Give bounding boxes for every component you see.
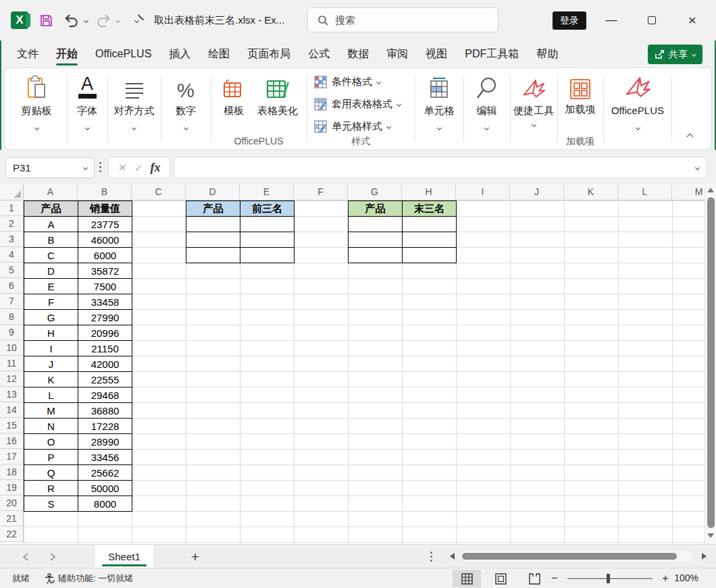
minimize-button[interactable]: — [600, 9, 623, 31]
table-cell[interactable] [240, 232, 295, 248]
zoom-level[interactable]: 100% [674, 568, 698, 588]
conditional-format-button[interactable]: 条件格式 [314, 73, 412, 90]
row-header[interactable]: 2 [0, 216, 24, 232]
column-header[interactable]: F [294, 184, 348, 201]
cell-styles-button[interactable]: 单元格样式 [314, 117, 412, 135]
column-header[interactable]: C [132, 184, 186, 201]
redo-dropdown[interactable] [113, 12, 122, 28]
table-cell[interactable] [349, 232, 403, 248]
undo-dropdown[interactable] [81, 12, 91, 28]
table-cell[interactable]: 33456 [78, 450, 132, 465]
row-header[interactable]: 8 [0, 309, 24, 325]
table-cell[interactable]: K [24, 372, 78, 387]
sign-in-button[interactable]: 登录 [553, 11, 586, 30]
scroll-down-icon[interactable] [707, 533, 714, 538]
select-all-corner[interactable] [0, 184, 24, 201]
ribbon-group-number[interactable]: % 数字 [161, 72, 211, 132]
row-header[interactable]: 17 [0, 449, 24, 464]
column-header[interactable]: E [240, 184, 294, 201]
table-cell[interactable]: F [24, 294, 78, 310]
ribbon-tab[interactable]: 绘图 [199, 41, 238, 68]
table-cell[interactable] [403, 217, 457, 232]
table-cell[interactable]: 36880 [78, 403, 132, 419]
qat-customize-button[interactable] [128, 12, 145, 28]
table-cell[interactable]: 28990 [78, 434, 132, 450]
table-cell[interactable]: J [24, 356, 78, 372]
table-cell[interactable] [403, 232, 457, 248]
row-header[interactable]: 3 [0, 232, 24, 247]
ribbon-group-clipboard[interactable]: 剪贴板 [7, 72, 66, 132]
row-header[interactable]: 16 [0, 433, 24, 449]
table-header-cell[interactable]: 前三名 [240, 201, 295, 217]
ribbon-tab[interactable]: 公式 [299, 41, 338, 68]
column-header[interactable]: M [672, 184, 705, 201]
next-sheet-button[interactable] [46, 550, 59, 564]
row-header[interactable]: 19 [0, 480, 24, 496]
table-cell[interactable]: C [24, 248, 78, 263]
table-cell[interactable] [349, 217, 403, 232]
scroll-left-icon[interactable] [450, 553, 455, 560]
vertical-scroll-thumb[interactable] [707, 197, 715, 528]
row-header[interactable]: 13 [0, 387, 24, 402]
table-cell[interactable]: 33458 [78, 294, 132, 310]
table-cell[interactable]: 20996 [78, 325, 132, 341]
table-cell[interactable] [349, 248, 403, 263]
column-header[interactable]: J [510, 184, 564, 201]
undo-button[interactable] [63, 12, 80, 28]
ribbon-tab[interactable]: 页面布局 [238, 41, 299, 68]
table-cell[interactable]: L [24, 387, 78, 403]
add-sheet-button[interactable]: + [186, 548, 204, 566]
row-header[interactable]: 6 [0, 278, 24, 294]
table-cell[interactable]: 42000 [78, 356, 132, 372]
zoom-out-button[interactable]: − [550, 572, 559, 585]
column-header[interactable]: A [24, 184, 78, 201]
row-header[interactable]: 9 [0, 325, 24, 340]
table-cell[interactable]: O [24, 434, 78, 450]
row-header[interactable]: 14 [0, 402, 24, 418]
table-cell[interactable] [240, 248, 295, 263]
tab-bar-grip-icon[interactable] [430, 552, 432, 562]
column-header[interactable]: L [618, 184, 672, 201]
search-box[interactable] [307, 7, 498, 32]
table-cell[interactable]: I [24, 341, 78, 356]
horizontal-scrollbar[interactable] [446, 549, 709, 564]
table-header-cell[interactable]: 产品 [349, 201, 403, 217]
table-cell[interactable]: 27990 [78, 310, 132, 325]
formula-bar[interactable] [174, 157, 707, 178]
table-header-cell[interactable]: 销量值 [78, 201, 132, 217]
quick-tools-button[interactable]: 便捷工具 [511, 72, 556, 129]
table-cell[interactable]: H [24, 325, 78, 341]
row-header[interactable]: 21 [0, 511, 24, 527]
ribbon-tab[interactable]: OfficePLUS [86, 41, 160, 68]
search-input[interactable] [335, 14, 470, 26]
table-cell[interactable]: R [24, 481, 78, 496]
confirm-entry-icon[interactable]: ✓ [134, 162, 143, 174]
table-cell[interactable]: G [24, 310, 78, 325]
scroll-up-icon[interactable] [707, 188, 714, 192]
table-cell[interactable]: 50000 [78, 481, 132, 496]
row-header[interactable]: 4 [0, 247, 24, 263]
column-header[interactable]: B [78, 184, 132, 201]
formula-bar-grip-icon[interactable] [99, 162, 101, 172]
maximize-button[interactable] [640, 9, 663, 31]
table-cell[interactable] [403, 248, 457, 263]
table-cell[interactable]: M [24, 403, 78, 419]
table-cell[interactable]: D [24, 263, 78, 279]
zoom-in-button[interactable]: + [661, 572, 670, 585]
table-header-cell[interactable]: 末三名 [403, 201, 457, 217]
ribbon-tab[interactable]: 插入 [160, 41, 199, 68]
row-header[interactable]: 1 [0, 201, 24, 216]
page-layout-view-button[interactable] [486, 570, 515, 587]
table-cell[interactable]: 25662 [78, 465, 132, 481]
collapse-ribbon-button[interactable] [682, 130, 698, 142]
ribbon-tab[interactable]: 开始 [47, 41, 86, 68]
share-button[interactable]: 共享 [648, 45, 702, 64]
table-cell[interactable]: 6000 [78, 248, 132, 263]
table-cell[interactable]: Q [24, 465, 78, 481]
normal-view-button[interactable] [453, 570, 481, 587]
table-cell[interactable] [186, 248, 240, 263]
save-button[interactable] [38, 12, 54, 28]
table-cell[interactable]: 22555 [78, 372, 132, 387]
table-cell[interactable]: B [24, 232, 78, 248]
table-cell[interactable]: 8000 [78, 496, 132, 512]
